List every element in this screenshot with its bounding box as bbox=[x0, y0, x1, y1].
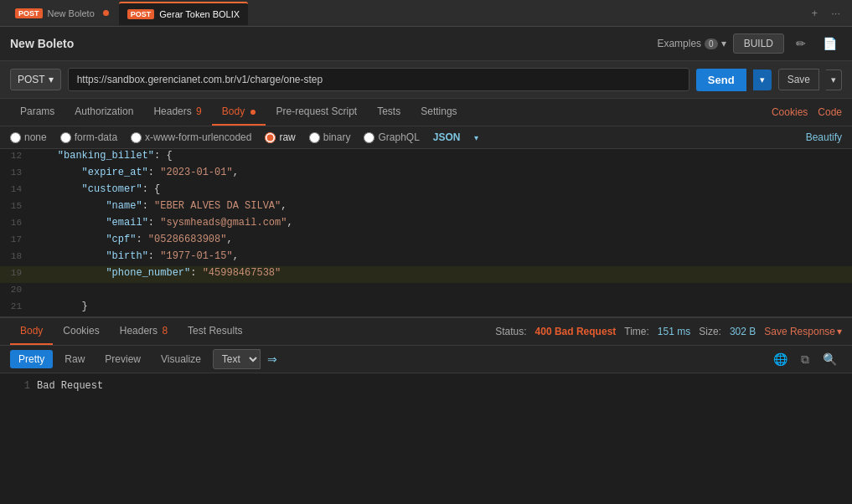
code-line-17: 17 "cpf": "05286683908", bbox=[0, 233, 852, 249]
tab-new-boleto[interactable]: POST New Boleto bbox=[7, 2, 117, 25]
body-type-none-label: none bbox=[24, 131, 47, 143]
tab-dot-1 bbox=[103, 10, 109, 16]
globe-icon-button[interactable]: 🌐 bbox=[768, 351, 793, 368]
resp-tab-cookies-label: Cookies bbox=[63, 325, 99, 337]
request-title: New Boleto bbox=[10, 37, 650, 50]
code-line-15: 15 "name": "EBER ALVES DA SILVA", bbox=[0, 199, 852, 216]
edit-icon-button[interactable]: ✏ bbox=[791, 35, 811, 52]
resp-tab-body-label: Body bbox=[20, 325, 43, 337]
body-type-raw[interactable]: raw bbox=[265, 131, 295, 143]
line-content-12: "banking_billet": { bbox=[30, 150, 852, 162]
body-type-none[interactable]: none bbox=[10, 131, 47, 143]
search-icon-button[interactable]: 🔍 bbox=[818, 351, 842, 368]
tab-body[interactable]: Body bbox=[212, 99, 266, 126]
save-button[interactable]: Save bbox=[778, 69, 819, 90]
resp-view-visualize[interactable]: Visualize bbox=[152, 350, 209, 368]
examples-button[interactable]: Examples 0 ▾ bbox=[657, 38, 725, 49]
body-type-urlencoded[interactable]: x-www-form-urlencoded bbox=[131, 131, 251, 143]
text-select-icon: ⇒ bbox=[267, 352, 277, 366]
code-link[interactable]: Code bbox=[818, 106, 842, 118]
resp-view-tab-right: 🌐 ⧉ 🔍 bbox=[768, 351, 842, 368]
tab-label-2: Gerar Token BOLIX bbox=[159, 9, 240, 19]
size-label: Size: bbox=[699, 326, 721, 337]
body-type-graphql-label: GraphQL bbox=[378, 131, 419, 143]
tab-pre-request[interactable]: Pre-request Script bbox=[266, 99, 367, 126]
line-content-14: "customer": { bbox=[30, 183, 852, 195]
tab-authorization[interactable]: Authorization bbox=[65, 99, 143, 126]
line-num-14: 14 bbox=[0, 183, 30, 194]
line-content-16: "email": "sysmheads@gmail.com", bbox=[30, 217, 852, 229]
url-bar: POST ▾ Send ▾ Save ▾ bbox=[0, 61, 852, 99]
text-format-select[interactable]: Text bbox=[213, 349, 261, 369]
json-button[interactable]: JSON bbox=[433, 131, 461, 143]
tab-authorization-label: Authorization bbox=[75, 105, 133, 117]
method-select[interactable]: POST ▾ bbox=[10, 69, 61, 90]
code-editor[interactable]: 12 "banking_billet": { 13 "expire_at": "… bbox=[0, 149, 852, 316]
save-response-button[interactable]: Save Response ▾ bbox=[764, 326, 842, 337]
tab-tests[interactable]: Tests bbox=[367, 99, 411, 126]
response-area: Body Cookies Headers 8 Test Results Stat… bbox=[0, 316, 852, 504]
tab-gerar-token[interactable]: POST Gerar Token BOLIX bbox=[119, 2, 248, 25]
body-type-bar: none form-data x-www-form-urlencoded raw… bbox=[0, 126, 852, 149]
tab-headers[interactable]: Headers 9 bbox=[143, 99, 211, 126]
resp-tab-test-results[interactable]: Test Results bbox=[178, 318, 252, 345]
resp-view-visualize-label: Visualize bbox=[161, 353, 201, 365]
tab-params-label: Params bbox=[20, 105, 54, 117]
save-dropdown-button[interactable]: ▾ bbox=[826, 69, 842, 90]
tab-label-1: New Boleto bbox=[48, 8, 95, 18]
resp-headers-badge: 8 bbox=[162, 325, 168, 337]
copy-icon-button[interactable]: ⧉ bbox=[796, 351, 814, 368]
beautify-button[interactable]: Beautify bbox=[806, 131, 842, 143]
tab-actions: + ··· bbox=[807, 5, 845, 21]
code-line-14: 14 "customer": { bbox=[0, 183, 852, 199]
status-label: Status: bbox=[495, 326, 526, 337]
more-tabs-button[interactable]: ··· bbox=[826, 5, 845, 21]
build-button[interactable]: BUILD bbox=[733, 33, 784, 54]
body-type-binary[interactable]: binary bbox=[309, 131, 351, 143]
tab-body-label: Body bbox=[222, 105, 245, 117]
tab-settings[interactable]: Settings bbox=[411, 99, 467, 126]
line-content-19: "phone_number": "45998467538" bbox=[30, 267, 852, 279]
examples-label: Examples bbox=[657, 38, 701, 49]
body-type-graphql[interactable]: GraphQL bbox=[364, 131, 419, 143]
body-type-form-data-label: form-data bbox=[75, 131, 117, 143]
response-status: Status: 400 Bad Request Time: 151 ms Siz… bbox=[495, 326, 842, 337]
save-response-label: Save Response bbox=[764, 326, 835, 337]
url-input[interactable] bbox=[68, 68, 689, 91]
resp-tab-body[interactable]: Body bbox=[10, 318, 53, 345]
code-line-21: 21 } bbox=[0, 300, 852, 316]
line-num-20: 20 bbox=[0, 284, 30, 295]
body-type-form-data[interactable]: form-data bbox=[60, 131, 117, 143]
request-header: New Boleto Examples 0 ▾ BUILD ✏ 📄 bbox=[0, 27, 852, 61]
tab-params[interactable]: Params bbox=[10, 99, 65, 126]
resp-tab-cookies[interactable]: Cookies bbox=[53, 318, 109, 345]
size-value: 302 B bbox=[730, 326, 756, 337]
cookies-link[interactable]: Cookies bbox=[772, 106, 808, 118]
line-num-12: 12 bbox=[0, 150, 30, 161]
line-content-21: } bbox=[30, 301, 852, 312]
resp-tab-headers[interactable]: Headers 8 bbox=[110, 318, 178, 345]
resp-view-raw[interactable]: Raw bbox=[56, 350, 93, 368]
line-num-19: 19 bbox=[0, 267, 30, 278]
method-value: POST bbox=[18, 74, 45, 85]
method-badge-2: POST bbox=[127, 9, 155, 19]
line-num-13: 13 bbox=[0, 167, 30, 177]
doc-icon-button[interactable]: 📄 bbox=[818, 35, 842, 52]
resp-line-content-1: Bad Request bbox=[37, 380, 103, 392]
send-dropdown-button[interactable]: ▾ bbox=[753, 69, 772, 90]
send-button[interactable]: Send bbox=[696, 69, 746, 91]
tab-tests-label: Tests bbox=[377, 105, 400, 117]
code-line-16: 16 "email": "sysmheads@gmail.com", bbox=[0, 216, 852, 233]
line-num-21: 21 bbox=[0, 301, 30, 311]
method-badge-1: POST bbox=[15, 8, 43, 18]
resp-view-preview[interactable]: Preview bbox=[96, 350, 149, 368]
line-num-16: 16 bbox=[0, 217, 30, 228]
tab-pre-request-label: Pre-request Script bbox=[276, 105, 357, 117]
code-line-13: 13 "expire_at": "2023-01-01", bbox=[0, 166, 852, 183]
response-body: 1 Bad Request bbox=[0, 373, 852, 399]
add-tab-button[interactable]: + bbox=[807, 5, 824, 21]
json-dropdown-button[interactable]: ▾ bbox=[474, 133, 478, 142]
resp-view-pretty[interactable]: Pretty bbox=[10, 350, 53, 368]
top-tab-bar: POST New Boleto POST Gerar Token BOLIX +… bbox=[0, 0, 852, 27]
body-type-raw-label: raw bbox=[279, 131, 295, 143]
